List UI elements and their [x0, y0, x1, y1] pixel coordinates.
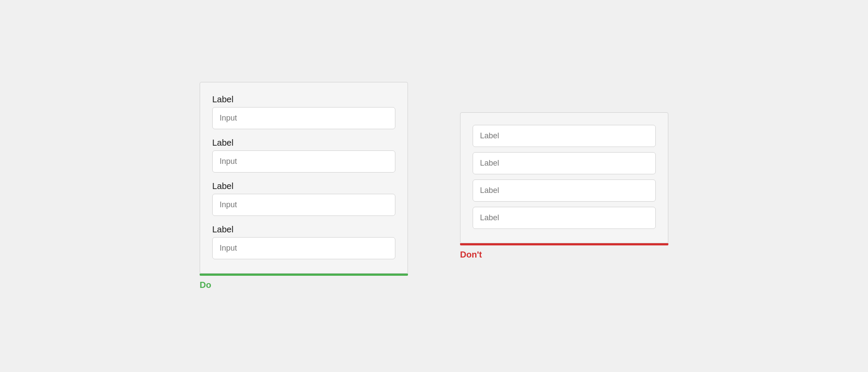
do-field-group-3: Label: [212, 181, 395, 216]
do-card: Label Label Label Label: [200, 82, 408, 274]
do-field-label-2: Label: [212, 138, 395, 148]
do-field-label-3: Label: [212, 181, 395, 191]
do-field-label-1: Label: [212, 95, 395, 104]
do-field-input-4[interactable]: [212, 237, 395, 259]
dont-indicator-bar: [460, 243, 668, 245]
do-field-label-4: Label: [212, 225, 395, 235]
dont-field-input-2[interactable]: [473, 152, 656, 174]
do-label: Do: [200, 280, 211, 290]
dont-card: [460, 112, 668, 243]
dont-field-input-4[interactable]: [473, 207, 656, 229]
do-field-input-2[interactable]: [212, 150, 395, 173]
dont-field-input-3[interactable]: [473, 179, 656, 202]
do-indicator-bar: [200, 274, 408, 276]
do-field-group-4: Label: [212, 225, 395, 259]
dont-example: Don't: [460, 112, 668, 260]
do-field-input-1[interactable]: [212, 107, 395, 129]
do-field-group-1: Label: [212, 95, 395, 129]
do-field-input-3[interactable]: [212, 194, 395, 216]
dont-field-input-1[interactable]: [473, 125, 656, 147]
do-field-group-2: Label: [212, 138, 395, 173]
dont-label: Don't: [460, 250, 482, 260]
do-example: Label Label Label Label Do: [200, 82, 408, 290]
